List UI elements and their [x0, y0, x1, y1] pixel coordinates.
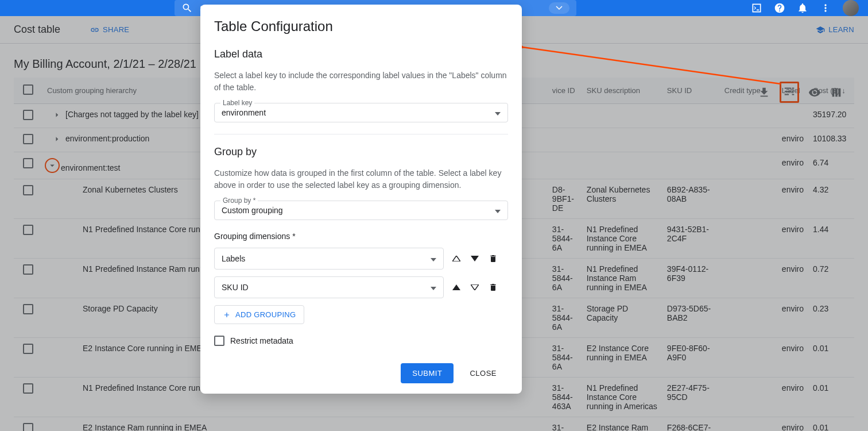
cloud-shell-icon[interactable] — [751, 2, 762, 14]
delete-icon[interactable] — [487, 253, 499, 264]
move-down-icon[interactable] — [469, 282, 480, 293]
label-data-description: Select a label key to include the corres… — [214, 70, 508, 94]
dialog-title: Table Configuration — [214, 18, 508, 34]
restrict-checkbox[interactable] — [214, 336, 224, 346]
groupby-heading: Group by — [214, 146, 508, 158]
move-up-icon[interactable] — [451, 253, 462, 264]
dimension-2-select[interactable]: SKU ID — [214, 276, 444, 298]
dimension-row-2: SKU ID — [214, 276, 508, 298]
restrict-label: Restrict metadata — [230, 336, 293, 345]
avatar[interactable] — [843, 0, 859, 16]
top-icons — [751, 0, 859, 16]
search-dropdown-icon[interactable] — [549, 2, 569, 14]
label-data-heading: Label data — [214, 48, 508, 60]
chevron-down-icon — [431, 254, 436, 263]
groupby-value: Custom grouping — [222, 206, 283, 215]
dialog-actions: SUBMIT CLOSE — [214, 363, 508, 383]
restrict-metadata-row: Restrict metadata — [214, 336, 508, 346]
chevron-down-icon — [495, 206, 501, 215]
dimensions-label: Grouping dimensions * — [214, 232, 508, 241]
groupby-label: Group by * — [220, 197, 258, 205]
submit-button[interactable]: SUBMIT — [401, 363, 454, 383]
divider — [214, 134, 508, 134]
more-icon[interactable] — [820, 2, 831, 14]
add-grouping-button[interactable]: ADD GROUPING — [214, 305, 304, 324]
delete-icon[interactable] — [487, 282, 499, 293]
groupby-description: Customize how data is grouped in the fir… — [214, 167, 508, 191]
chevron-down-icon — [431, 283, 436, 292]
table-config-dialog: Table Configuration Label data Select a … — [200, 5, 522, 394]
close-button[interactable]: CLOSE — [458, 363, 508, 383]
dimension-row-1: Labels — [214, 248, 508, 270]
move-up-icon[interactable] — [451, 282, 462, 293]
help-icon[interactable] — [774, 2, 785, 14]
notifications-icon[interactable] — [797, 2, 808, 14]
groupby-select[interactable]: Group by * Custom grouping — [214, 201, 508, 220]
move-down-icon[interactable] — [469, 253, 480, 264]
dimension-1-select[interactable]: Labels — [214, 248, 444, 270]
chevron-down-icon — [495, 108, 501, 117]
label-key-label: Label key — [220, 99, 254, 107]
label-key-value: environment — [222, 108, 266, 117]
plus-icon — [223, 311, 231, 319]
label-key-select[interactable]: Label key environment — [214, 103, 508, 122]
search-icon — [181, 2, 193, 14]
